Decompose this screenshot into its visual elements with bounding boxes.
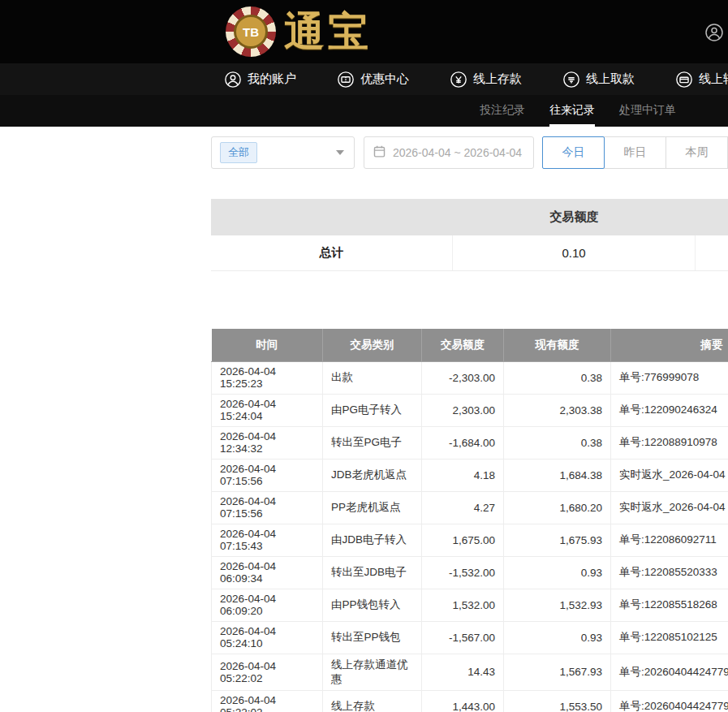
table-row: 2026-04-04 07:15:56JDB老虎机返点4.181,684.38实… <box>212 459 728 491</box>
table-cell: 2026-04-04 12:34:32 <box>212 426 323 459</box>
table-cell: PP老虎机返点 <box>323 491 422 524</box>
nav-item-label: 线上转账 <box>699 71 728 87</box>
table-cell: -1,532.00 <box>422 556 504 589</box>
table-cell: 实时返水_2026-04-04 <box>611 491 728 524</box>
table-cell: 2026-04-04 05:24:10 <box>212 621 323 654</box>
table-cell: -2,303.00 <box>422 361 504 394</box>
brand-logo[interactable]: TB 通宝 <box>226 6 372 58</box>
table-cell: 单号:122086092711 <box>611 524 728 556</box>
table-cell: 线上存款通道优惠 <box>323 654 422 690</box>
tab-processing-orders[interactable]: 处理中订单 <box>619 95 676 127</box>
table-cell: 2026-04-04 05:22:02 <box>212 690 323 712</box>
table-cell: 单号:122085520333 <box>611 556 728 589</box>
table-cell: 单号:122085518268 <box>611 589 728 621</box>
table-cell: 单号:122085102125 <box>611 621 728 654</box>
tab-transaction-records[interactable]: 往来记录 <box>549 95 595 127</box>
table-row: 2026-04-04 07:15:43由JDB电子转入1,675.001,675… <box>212 524 728 556</box>
table-cell: 由PP钱包转入 <box>323 589 422 621</box>
table-cell: 14.43 <box>422 654 504 690</box>
table-cell: 0.93 <box>504 621 611 654</box>
table-cell: -1,567.00 <box>422 621 504 654</box>
table-cell: 2026-04-04 15:25:23 <box>212 361 323 394</box>
summary-header-extra <box>696 199 728 235</box>
table-cell: 2026-04-04 05:22:02 <box>212 654 323 690</box>
table-cell: 1,553.50 <box>504 690 611 712</box>
summary-table: 交易额度 总计 0.10 <box>211 199 728 271</box>
profile-icon[interactable] <box>704 23 724 42</box>
summary-header-amount: 交易额度 <box>453 199 696 235</box>
selected-type-chip: 全部 <box>220 142 257 163</box>
table-cell: JDB老虎机返点 <box>323 459 422 491</box>
summary-header-blank <box>211 199 453 235</box>
table-cell: 单号:20260404424779 <box>611 654 728 690</box>
table-row: 2026-04-04 15:24:04由PG电子转入2,303.002,303.… <box>212 394 728 426</box>
table-row: 2026-04-04 05:22:02线上存款通道优惠14.431,567.93… <box>212 654 728 690</box>
content: 全部 2026-04-04 ~ 2026-04-04 今日 昨日 本周 <box>0 127 728 712</box>
table-cell: -1,684.00 <box>422 426 504 459</box>
table-cell: 1,443.00 <box>422 690 504 712</box>
date-range-value: 2026-04-04 ~ 2026-04-04 <box>393 146 522 159</box>
type-dropdown[interactable]: 全部 <box>211 136 355 169</box>
table-cell: 单号:122090246324 <box>611 394 728 426</box>
table-cell: 转出至JDB电子 <box>323 556 422 589</box>
nav-item-my-account[interactable]: 我的账户 <box>224 71 296 88</box>
nav-item-label: 优惠中心 <box>360 71 409 87</box>
tab-bet-records[interactable]: 投注纪录 <box>480 95 525 127</box>
coin-deposit-icon <box>450 71 467 88</box>
nav-item-label: 线上存款 <box>473 71 522 87</box>
main-nav: 我的账户 优惠中心 线上存款 <box>0 63 728 95</box>
table-cell: 转出至PG电子 <box>323 426 422 459</box>
yesterday-button[interactable]: 昨日 <box>604 136 666 169</box>
ticket-icon <box>337 71 355 88</box>
transactions-table: 时间 交易类别 交易额度 现有额度 摘要 2026-04-04 15:25:23… <box>211 329 728 712</box>
today-button[interactable]: 今日 <box>542 136 605 169</box>
table-header-row: 时间 交易类别 交易额度 现有额度 摘要 <box>212 329 728 361</box>
table-cell: 1,532.00 <box>422 589 504 621</box>
table-cell: 1,532.93 <box>504 589 611 621</box>
table-row: 2026-04-04 05:22:02线上存款1,443.001,553.50单… <box>212 690 728 712</box>
table-cell: 1,567.93 <box>504 654 611 690</box>
table-cell: 1,675.00 <box>422 524 504 556</box>
table-cell: 单号:122088910978 <box>611 426 728 459</box>
date-range-picker[interactable]: 2026-04-04 ~ 2026-04-04 <box>364 136 534 169</box>
poker-chip-icon: TB <box>226 6 276 57</box>
table-row: 2026-04-04 06:09:20由PP钱包转入1,532.001,532.… <box>212 589 728 621</box>
logo-text: 通宝 <box>284 6 372 58</box>
summary-extra-value <box>696 235 728 270</box>
summary-total-value: 0.10 <box>453 235 696 270</box>
table-cell: 2026-04-04 07:15:56 <box>212 491 323 524</box>
table-cell: 2,303.38 <box>504 394 611 426</box>
table-row: 2026-04-04 07:15:56PP老虎机返点4.271,680.20实时… <box>212 491 728 524</box>
nav-item-withdraw[interactable]: 线上取款 <box>562 71 635 88</box>
col-header-summary: 摘要 <box>611 329 728 361</box>
chevron-down-icon <box>336 150 344 155</box>
table-cell: 实时返水_2026-04-04 <box>611 459 728 491</box>
table-row: 2026-04-04 12:34:32转出至PG电子-1,684.000.38单… <box>212 426 728 459</box>
top-header: TB 通宝 <box>0 0 728 63</box>
nav-item-promotions[interactable]: 优惠中心 <box>337 71 409 88</box>
coin-withdraw-icon <box>562 71 580 88</box>
table-cell: 0.93 <box>504 556 611 589</box>
table-cell: 4.18 <box>422 459 504 491</box>
nav-item-deposit[interactable]: 线上存款 <box>450 71 522 88</box>
table-cell: 由JDB电子转入 <box>323 524 422 556</box>
table-cell: 1,684.38 <box>504 459 611 491</box>
table-cell: 单号:20260404424779 <box>611 690 728 712</box>
table-cell: 2026-04-04 06:09:20 <box>212 589 323 621</box>
nav-item-transfer[interactable]: 线上转账 <box>675 71 728 88</box>
nav-item-label: 我的账户 <box>248 71 296 87</box>
table-cell: 2026-04-04 07:15:56 <box>212 459 323 491</box>
col-header-type: 交易类别 <box>323 329 422 361</box>
quick-date-buttons: 今日 昨日 本周 <box>543 136 728 169</box>
nav-item-label: 线上取款 <box>586 71 635 87</box>
table-cell: 2,303.00 <box>422 394 504 426</box>
this-week-button[interactable]: 本周 <box>666 136 728 169</box>
transactions-body: 2026-04-04 15:25:23出款-2,303.000.38单号:776… <box>212 361 728 712</box>
col-header-time: 时间 <box>212 329 323 361</box>
user-icon <box>224 71 242 88</box>
table-cell: 0.38 <box>504 361 611 394</box>
table-cell: 1,675.93 <box>504 524 611 556</box>
table-cell: 2026-04-04 06:09:34 <box>212 556 323 589</box>
transfer-icon <box>675 71 693 88</box>
table-cell: 1,680.20 <box>504 491 611 524</box>
